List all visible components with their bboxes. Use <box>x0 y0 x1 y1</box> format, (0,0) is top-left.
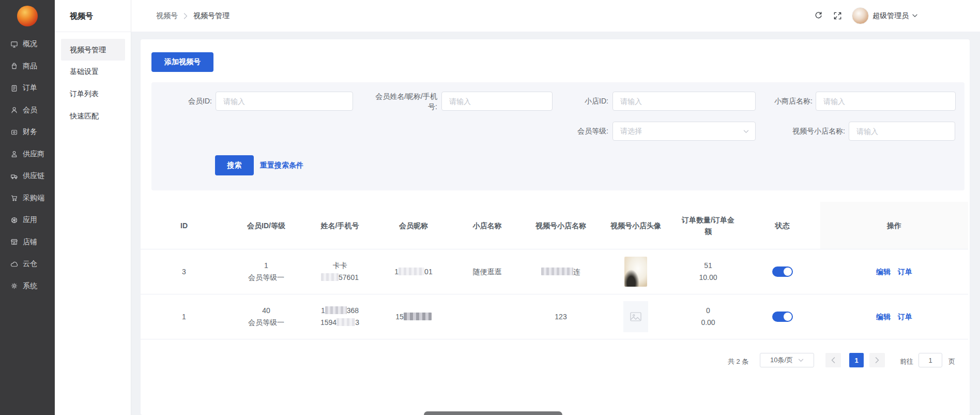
filter-input-channel-shop-name[interactable] <box>849 122 955 140</box>
filter-label-channel-shop-name: 视频号小店名称: <box>782 122 845 141</box>
sidebar-item-cloud-warehouse[interactable]: 云仓 <box>0 253 55 275</box>
prev-page-button[interactable] <box>825 353 841 367</box>
cell-text: 10.00 <box>699 273 717 281</box>
sidebar-item-overview[interactable]: 概况 <box>0 33 55 55</box>
cell-text: 368 <box>347 306 359 315</box>
sidebar-item-label: 采购端 <box>23 194 44 203</box>
sidebar-item-system[interactable]: 系统 <box>0 275 55 297</box>
column-header-10: 操作 <box>820 202 968 249</box>
pagination-total: 共 2 条 <box>728 357 748 366</box>
filter-input-small-shop-name[interactable] <box>816 92 956 111</box>
user-avatar[interactable] <box>852 7 869 24</box>
cell-orders-amount: 00.00 <box>672 294 744 339</box>
refresh-icon[interactable] <box>814 11 823 20</box>
censored-mosaic <box>321 273 339 281</box>
fullscreen-icon[interactable] <box>833 11 842 20</box>
submenu-item-4[interactable]: 快速匹配 <box>61 105 125 127</box>
column-header-1: ID <box>141 202 227 249</box>
sidebar-item-label: 云仓 <box>23 259 37 269</box>
sidebar-item-member[interactable]: 会员 <box>0 99 55 121</box>
goto-page-label: 前往 <box>900 357 913 366</box>
column-header-4: 会员昵称 <box>375 202 452 249</box>
edit-link[interactable]: 编辑 <box>876 266 891 278</box>
breadcrumb-root[interactable]: 视频号 <box>156 11 178 21</box>
cell-text: 1594 <box>320 318 336 327</box>
filter-input-member-id[interactable] <box>216 92 353 110</box>
reset-search-link[interactable]: 重置搜索条件 <box>260 161 303 170</box>
cell-text: 0 <box>706 306 710 315</box>
finance-icon <box>10 128 18 136</box>
cell-name-phone: 卡卡57601 <box>305 249 375 294</box>
submenu-item-1[interactable]: 视频号管理 <box>61 39 125 61</box>
sidebar-item-store[interactable]: 店铺 <box>0 231 55 253</box>
store-icon <box>10 238 18 246</box>
sidebar-item-label: 订单 <box>23 83 37 93</box>
chevron-right-icon <box>183 13 188 19</box>
filter-input-shop-id[interactable] <box>612 92 756 111</box>
filter-input-member-name[interactable] <box>442 92 552 110</box>
filter-input-member-id[interactable] <box>216 92 353 111</box>
filter-input-member-name[interactable] <box>441 92 553 111</box>
filter-input-channel-shop-name[interactable] <box>849 122 955 141</box>
cell-shop-name: 随便逛逛 <box>452 249 522 294</box>
filter-label-small-shop-name: 小商店名称: <box>761 92 813 111</box>
apps-icon <box>10 216 18 224</box>
cell-orders-amount: 5110.00 <box>672 249 744 294</box>
sidebar-item-goods[interactable]: 商品 <box>0 55 55 77</box>
cell-text: 01 <box>424 268 433 276</box>
secondary-sidebar: 视频号 视频号管理基础设置订单列表快速匹配 <box>55 0 131 415</box>
system-icon <box>10 282 18 290</box>
submenu-item-2[interactable]: 基础设置 <box>61 61 125 82</box>
cell-text: 40 <box>262 306 270 315</box>
cell-text: 3 <box>355 318 359 327</box>
order-icon <box>10 84 18 92</box>
search-button[interactable]: 搜索 <box>215 155 254 175</box>
cell-text: 1 <box>264 261 268 270</box>
sidebar-item-supplier[interactable]: 供应商 <box>0 143 55 165</box>
supply-chain-icon <box>10 172 18 180</box>
user-menu[interactable]: 超级管理员 <box>872 0 917 32</box>
sidebar-item-label: 店铺 <box>23 238 37 247</box>
supplier-icon <box>10 150 18 158</box>
goods-icon <box>10 62 18 70</box>
image-placeholder-icon <box>623 301 648 332</box>
page-size-value: 10条/页 <box>770 355 793 365</box>
cell-actions: 编辑订单 <box>820 249 968 294</box>
cell-nickname: 15 <box>375 294 452 339</box>
cell-text: 会员等级一 <box>248 273 284 281</box>
censored-mosaic <box>404 313 432 320</box>
user-name: 超级管理员 <box>872 11 909 21</box>
add-channel-button[interactable]: 添加视频号 <box>151 52 213 72</box>
filter-input-small-shop-name[interactable] <box>816 92 955 110</box>
order-link[interactable]: 订单 <box>898 266 912 278</box>
sidebar-item-order[interactable]: 订单 <box>0 77 55 99</box>
sidebar-item-label: 供应链 <box>23 171 44 181</box>
workspace-avatar[interactable] <box>17 6 38 26</box>
channel-shop-avatar-image <box>624 257 647 287</box>
page-size-select[interactable]: 10条/页 <box>760 353 814 367</box>
filter-select-member-level[interactable]: 请选择 <box>612 122 756 141</box>
filter-label-member-id: 会员ID: <box>160 92 212 111</box>
cell-id: 1 <box>141 294 227 339</box>
toggle-knob <box>784 268 792 276</box>
cell-text: 0.00 <box>701 318 715 327</box>
cell-channel-shop-name: 连 <box>522 249 600 294</box>
filter-input-shop-id[interactable] <box>613 92 755 110</box>
submenu-item-3[interactable]: 订单列表 <box>61 83 125 105</box>
status-toggle[interactable] <box>772 266 793 277</box>
goto-page-input[interactable] <box>918 353 942 367</box>
sidebar-item-finance[interactable]: 财务 <box>0 121 55 143</box>
cell-nickname: 101 <box>375 249 452 294</box>
next-page-button[interactable] <box>869 353 885 367</box>
current-page-button[interactable]: 1 <box>849 353 864 367</box>
status-toggle[interactable] <box>772 312 793 322</box>
cell-text: 1 <box>394 268 399 276</box>
order-link[interactable]: 订单 <box>898 311 912 323</box>
sidebar-item-apps[interactable]: 应用 <box>0 209 55 231</box>
sidebar-item-procurement[interactable]: 采购端 <box>0 187 55 209</box>
edit-link[interactable]: 编辑 <box>876 311 891 323</box>
sidebar-item-supply-chain[interactable]: 供应链 <box>0 165 55 187</box>
column-header-8: 订单数量/订单金额 <box>672 202 744 249</box>
horizontal-scrollbar-thumb[interactable] <box>424 411 562 415</box>
cell-member-id-level: 40会员等级一 <box>227 294 305 339</box>
